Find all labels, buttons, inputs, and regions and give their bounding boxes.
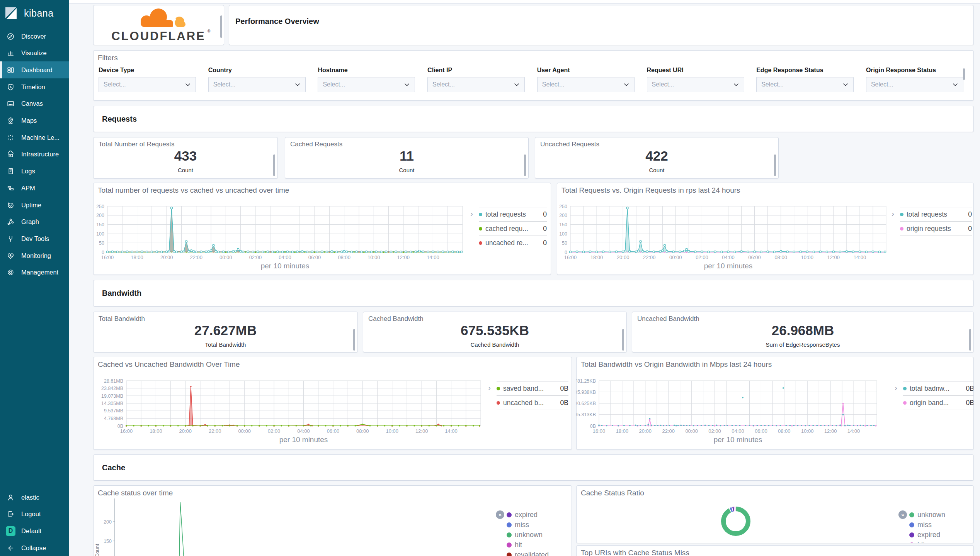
legend-toggle-icon[interactable]: » (898, 510, 907, 519)
filter-select[interactable]: Select... (208, 77, 306, 92)
sidebar-item-collapse[interactable]: Collapse (0, 539, 69, 556)
metric-cached-requests: Cached Requests11Count (285, 137, 529, 179)
sidebar-item-visualize[interactable]: Visualize (0, 45, 69, 62)
sidebar-item-management[interactable]: Management (0, 264, 69, 281)
sidebar-item-uptime[interactable]: Uptime (0, 197, 69, 214)
x-axis-label: per 10 minutes (714, 436, 762, 444)
sidebar-item-label: Monitoring (21, 252, 51, 259)
maps-icon (7, 117, 15, 125)
chart-legend: total requests0origin requests0 (900, 207, 972, 236)
sidebar-item-infrastructure[interactable]: Infrastructure (0, 146, 69, 163)
filter-client-ip: Client IPSelect... (427, 67, 525, 92)
y-axis-tick: 9.537MB (104, 408, 123, 414)
y-axis-tick: 150 (96, 222, 104, 227)
sidebar-item-graph[interactable]: Graph (0, 214, 69, 231)
filter-label: Hostname (318, 67, 415, 74)
sidebar-item-default[interactable]: DDefault (0, 522, 69, 539)
sidebar-item-elastic[interactable]: elastic (0, 489, 69, 506)
legend-item[interactable]: expired (507, 510, 549, 520)
panel-scrollbar[interactable] (273, 154, 275, 176)
legend-color-dot (909, 512, 914, 517)
sidebar-item-maps[interactable]: Maps (0, 112, 69, 129)
collapse-icon (7, 544, 15, 552)
panel-scrollbar[interactable] (524, 154, 526, 176)
legend-collapse-icon[interactable]: › (895, 383, 897, 392)
filter-select[interactable]: Select... (99, 77, 196, 92)
metric-total-bandwidth: Total Bandwidth27.627MBTotal Bandwidth (93, 312, 358, 353)
section-title: Bandwidth (94, 289, 141, 298)
filter-select[interactable]: Select... (647, 77, 744, 92)
legend-collapse-icon[interactable]: › (488, 383, 491, 392)
sidebar-item-logs[interactable]: Logs (0, 163, 69, 180)
logout-icon (7, 510, 15, 518)
legend-item[interactable]: saved band...0B (497, 381, 568, 395)
sidebar-item-label: Management (21, 269, 58, 276)
legend-value: 0B (560, 399, 568, 407)
legend-collapse-icon[interactable]: › (470, 209, 473, 217)
graph-icon (7, 218, 15, 226)
legend-item[interactable]: expired (909, 530, 945, 540)
legend-item[interactable]: uncached b...0B (497, 395, 568, 410)
legend-item[interactable]: revalidated (507, 550, 549, 556)
legend-item[interactable]: miss (909, 520, 945, 530)
management-icon (7, 268, 15, 276)
filter-select[interactable]: Select... (537, 77, 635, 92)
filter-origin-response-status: Origin Response StatusSelect... (866, 67, 963, 92)
sidebar-item-canvas[interactable]: Canvas (0, 95, 69, 112)
filter-select[interactable]: Select... (866, 77, 963, 92)
legend-label: expired (515, 511, 538, 519)
legend-item[interactable]: miss (507, 520, 549, 530)
legend-color-dot (497, 401, 500, 405)
chart-cache-status-over-time: Cache status over time 050100150200Count… (93, 485, 572, 556)
legend-item[interactable]: cached requ...0 (479, 221, 547, 236)
legend-item[interactable]: unknown (909, 510, 945, 520)
sidebar-item-dashboard[interactable]: Dashboard (0, 61, 69, 78)
panel-scrollbar[interactable] (622, 329, 624, 351)
app-name: kibana (24, 8, 54, 19)
filter-select[interactable]: Select... (756, 77, 854, 92)
legend-color-dot (909, 522, 914, 527)
legend-toggle-icon[interactable]: » (496, 510, 504, 519)
legend-item[interactable]: total requests0 (479, 207, 547, 221)
legend-item[interactable]: unknown (507, 530, 549, 540)
panel-scrollbar[interactable] (220, 15, 222, 38)
legend-item[interactable]: total requests0 (900, 207, 972, 221)
sidebar-item-apm[interactable]: APM (0, 180, 69, 197)
legend-item[interactable]: origin band...0B (903, 395, 974, 410)
sidebar-item-monitoring[interactable]: Monitoring (0, 247, 69, 264)
metric-label: Uncached Bandwidth (637, 315, 699, 323)
filter-select[interactable]: Select... (427, 77, 525, 92)
kibana-logo-row[interactable]: kibana (4, 3, 54, 23)
chart-cached-vs-uncached-bandwidth: Cached vs Uncached Bandwidth Over Time 1… (93, 357, 572, 450)
sidebar-item-label: Maps (21, 117, 37, 124)
panel-scrollbar[interactable] (353, 329, 355, 351)
filter-hostname: HostnameSelect... (318, 67, 415, 92)
panel-scrollbar[interactable] (963, 68, 965, 80)
y-axis-tick: 14.305MB (101, 401, 123, 406)
legend-item[interactable]: hit (507, 540, 549, 550)
sidebar-item-label: Uptime (21, 202, 41, 209)
legend-item[interactable]: uncached re...0 (479, 236, 547, 250)
chart-plot-area[interactable]: 050100150200Count (94, 486, 572, 556)
sidebar-item-dev-tools[interactable]: Dev Tools (0, 230, 69, 247)
y-axis-tick: 19.073MB (101, 393, 123, 399)
chart-legend: saved band...0Buncached b...0B (497, 381, 568, 410)
panel-scrollbar[interactable] (774, 154, 776, 176)
sidebar-item-discover[interactable]: Discover (0, 28, 69, 45)
filter-label: Edge Response Status (756, 67, 854, 74)
legend-item[interactable]: hit (909, 540, 945, 543)
panel-scrollbar[interactable] (969, 329, 971, 351)
sidebar-item-machine-le[interactable]: Machine Le... (0, 129, 69, 146)
section-title: Cache (94, 463, 125, 472)
legend-item[interactable]: total badnw...0B (903, 381, 974, 395)
sidebar-item-timelion[interactable]: Timelion (0, 78, 69, 95)
filter-select[interactable]: Select... (318, 77, 415, 92)
metric-uncached-bandwidth: Uncached Bandwidth26.968MBSum of EdgeRes… (632, 312, 974, 353)
donut-slice-unknown[interactable] (723, 509, 748, 534)
logs-icon (7, 167, 15, 175)
legend-item[interactable]: origin requests0 (900, 221, 972, 236)
filter-label: Device Type (99, 67, 196, 74)
chevron-down-icon (294, 81, 301, 88)
legend-collapse-icon[interactable]: › (892, 209, 894, 217)
sidebar-item-logout[interactable]: Logout (0, 506, 69, 523)
